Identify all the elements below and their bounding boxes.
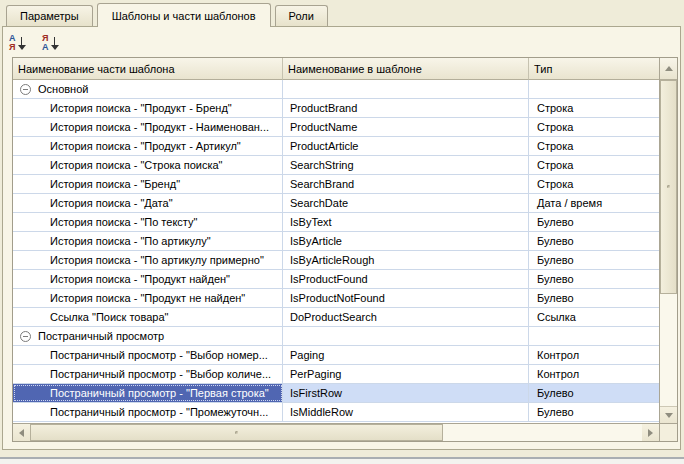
tab-roles[interactable]: Роли [275,5,328,26]
type-value: Строка [529,175,659,193]
part-name: История поиска - "Бренд" [50,178,180,190]
type-value [529,327,659,345]
part-name: История поиска - "Продукт - Артикул" [50,140,241,152]
column-header-part-name[interactable]: Наименование части шаблона [13,58,283,80]
template-name: SearchString [283,156,529,174]
collapse-icon[interactable] [20,84,31,95]
horizontal-scrollbar-track[interactable] [443,424,642,441]
template-name: ProductArticle [283,137,529,155]
table-row[interactable]: История поиска - "По артикулу"IsByArticl… [13,232,659,251]
horizontal-scrollbar[interactable] [13,423,677,441]
scroll-left-button[interactable] [13,424,30,441]
part-name: История поиска - "Дата" [50,197,173,209]
type-value: Булево [529,403,659,421]
triangle-down-icon [665,413,673,418]
template-name: ProductName [283,118,529,136]
type-value: Строка [529,118,659,136]
type-value: Булево [529,289,659,307]
table-group-row[interactable]: Основной [13,80,659,99]
table-row[interactable]: Ссылка "Поиск товара"DoProductSearchСсыл… [13,308,659,327]
part-name: История поиска - "По артикулу примерно" [50,254,264,266]
sort-ascending-button[interactable]: А Я [9,32,33,53]
type-value: Строка [529,156,659,174]
part-name: Ссылка "Поиск товара" [50,311,168,323]
part-name: Постраничный просмотр - "Промежуточн... [50,406,268,418]
tab-parameters[interactable]: Параметры [6,5,93,26]
sort-descending-icon: Я А [42,34,49,52]
horizontal-scrollbar-thumb[interactable] [30,424,443,441]
tab-label: Роли [289,10,314,22]
table-row[interactable]: История поиска - "Строка поиска"SearchSt… [13,156,659,175]
part-name: Постраничный просмотр - "Выбор количе... [50,368,271,380]
template-name: SearchBrand [283,175,529,193]
template-name: IsByArticle [283,232,529,250]
template-name: Paging [283,346,529,364]
type-value [529,80,659,98]
type-value: Ссылка [529,308,659,326]
template-name [283,327,529,345]
triangle-up-icon [665,66,673,71]
type-value: Булево [529,251,659,269]
template-name [283,80,529,98]
template-name: IsProductNotFound [283,289,529,307]
vertical-scrollbar[interactable] [659,58,677,423]
table-row[interactable]: История поиска - "Продукт не найден"IsPr… [13,289,659,308]
scroll-right-button[interactable] [642,424,659,441]
vertical-scrollbar-thumb[interactable] [660,80,677,294]
column-header-template-name[interactable]: Наименование в шаблоне [283,58,529,80]
template-name: IsFirstRow [283,384,529,402]
sort-descending-button[interactable]: Я А [42,32,66,53]
part-name: Постраничный просмотр - "Первая строка" [50,387,269,399]
part-name: История поиска - "По тексту" [50,216,197,228]
tab-templates-and-parts[interactable]: Шаблоны и части шаблонов [97,3,271,27]
table-row[interactable]: Постраничный просмотр - "Первая строка"I… [13,384,659,403]
window-bottom-strip [0,459,684,464]
tab-label: Шаблоны и части шаблонов [112,10,256,22]
table-grid: Наименование части шаблона Наименование … [13,58,659,423]
part-name: История поиска - "Продукт - Бренд" [50,102,232,114]
part-name: Постраничный просмотр [38,330,164,342]
part-name: Постраничный просмотр - "Выбор номер... [50,349,268,361]
table-row[interactable]: История поиска - "Дата"SearchDateДата / … [13,194,659,213]
table-row[interactable]: Постраничный просмотр - "Выбор номер...P… [13,346,659,365]
template-name: IsProductFound [283,270,529,288]
table-row[interactable]: История поиска - "По артикулу примерно"I… [13,251,659,270]
table-row[interactable]: Постраничный просмотр - "Выбор количе...… [13,365,659,384]
arrow-down-icon [51,35,59,51]
table-row[interactable]: История поиска - "Продукт найден"IsProdu… [13,270,659,289]
sort-toolbar: А Я Я А [9,32,66,53]
table-row[interactable]: История поиска - "Продукт - Бренд"Produc… [13,99,659,118]
table-header: Наименование части шаблона Наименование … [13,58,659,80]
vertical-scrollbar-track[interactable] [660,80,677,406]
type-value: Контрол [529,346,659,364]
part-name: История поиска - "Продукт - Наименован..… [50,121,269,133]
template-name: IsByText [283,213,529,231]
type-value: Булево [529,213,659,231]
table-row[interactable]: История поиска - "По тексту"IsByTextБуле… [13,213,659,232]
template-name: ProductBrand [283,99,529,117]
type-value: Дата / время [529,194,659,212]
table-row[interactable]: История поиска - "Продукт - Артикул"Prod… [13,137,659,156]
type-value: Строка [529,137,659,155]
table-row[interactable]: История поиска - "Продукт - Наименован..… [13,118,659,137]
template-name: DoProductSearch [283,308,529,326]
collapse-icon[interactable] [20,331,31,342]
template-name: IsByArticleRough [283,251,529,269]
triangle-left-icon [19,429,24,437]
type-value: Контрол [529,365,659,383]
column-header-type[interactable]: Тип [529,58,659,80]
table-group-row[interactable]: Постраничный просмотр [13,327,659,346]
type-value: Булево [529,232,659,250]
template-name: IsMiddleRow [283,403,529,421]
type-value: Строка [529,99,659,117]
templates-dialog: Параметры Шаблоны и части шаблонов Роли … [0,0,684,464]
template-parts-table: Наименование части шаблона Наименование … [12,57,678,442]
arrow-down-icon [18,35,26,51]
scrollbar-corner [659,424,677,441]
table-row[interactable]: История поиска - "Бренд"SearchBrandСтрок… [13,175,659,194]
table-row[interactable]: Постраничный просмотр - "Промежуточн...I… [13,403,659,422]
scroll-up-button[interactable] [660,58,677,80]
sort-ascending-icon: А Я [9,34,16,52]
tab-strip: Параметры Шаблоны и части шаблонов Роли [6,3,328,27]
scroll-down-button[interactable] [660,406,677,423]
